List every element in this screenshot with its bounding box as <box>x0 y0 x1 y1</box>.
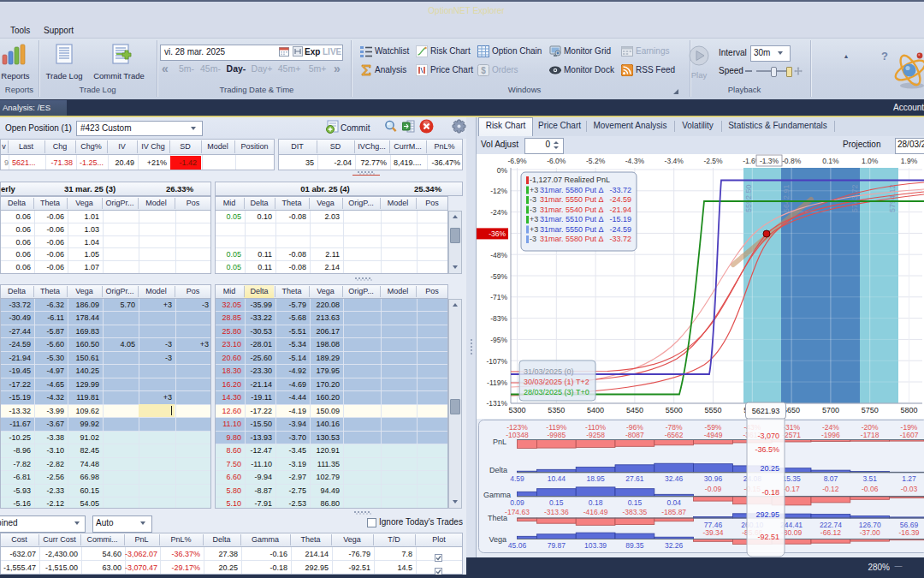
svg-text:45.06: 45.06 <box>508 541 527 550</box>
svg-text:-4949: -4949 <box>704 431 723 439</box>
svg-text:-10348: -10348 <box>506 431 529 439</box>
svg-text:+3: +3 <box>530 186 538 194</box>
svg-text:-313.36: -313.36 <box>544 508 569 516</box>
svg-text:-119%: -119% <box>487 378 507 387</box>
svg-text:Theta: Theta <box>488 514 507 522</box>
svg-text:5500: 5500 <box>666 406 683 414</box>
svg-text:4.59: 4.59 <box>510 474 524 483</box>
svg-text:31mar. 5580 Put Δ: 31mar. 5580 Put Δ <box>540 235 604 243</box>
svg-text:-6562: -6562 <box>665 431 684 439</box>
svg-text:15.35: 15.35 <box>782 474 801 483</box>
svg-text:-24.59: -24.59 <box>609 195 631 204</box>
svg-text:5743.72: 5743.72 <box>850 184 859 212</box>
svg-text:-5.2%: -5.2% <box>586 157 606 165</box>
svg-text:-36.5%: -36.5% <box>755 445 779 454</box>
svg-text:1.0%: 1.0% <box>862 157 879 165</box>
svg-text:+3: +3 <box>530 215 538 223</box>
svg-text:-66.12: -66.12 <box>820 528 841 537</box>
svg-text:5300: 5300 <box>508 406 525 414</box>
svg-text:-33.72: -33.72 <box>609 186 631 194</box>
svg-text:-95%: -95% <box>490 336 507 344</box>
svg-text:-3,070: -3,070 <box>757 432 779 440</box>
svg-text:5450: 5450 <box>626 406 643 414</box>
svg-text:-2571: -2571 <box>782 431 801 439</box>
svg-text:-21.94: -21.94 <box>609 206 631 214</box>
svg-text:-383.35: -383.35 <box>622 508 647 516</box>
svg-text:5550: 5550 <box>704 406 721 414</box>
svg-text:0.04: 0.04 <box>666 498 681 507</box>
svg-text:28/03/2025 (3) T+0: 28/03/2025 (3) T+0 <box>524 388 589 396</box>
svg-text:-36%: -36% <box>489 229 506 238</box>
svg-text:-3: -3 <box>530 195 536 204</box>
svg-text:31mar. 5580 Put Δ: 31mar. 5580 Put Δ <box>540 186 604 194</box>
svg-text:-185.87: -185.87 <box>661 508 686 516</box>
svg-text:5350: 5350 <box>548 406 565 414</box>
svg-text:-37.00: -37.00 <box>860 528 880 537</box>
svg-text:5800: 5800 <box>900 406 917 414</box>
svg-text:-0.18: -0.18 <box>761 488 779 497</box>
svg-text:-24.59: -24.59 <box>609 225 631 234</box>
svg-text:Delta: Delta <box>489 466 507 474</box>
svg-text:3.51: 3.51 <box>862 474 877 483</box>
svg-text:-3: -3 <box>530 206 536 214</box>
svg-text:31mar. 5540 Put Δ: 31mar. 5540 Put Δ <box>540 206 604 214</box>
svg-text:0.15: 0.15 <box>549 498 564 507</box>
svg-text:5750: 5750 <box>862 406 879 414</box>
svg-text:31mar. 5510 Put Δ: 31mar. 5510 Put Δ <box>540 215 604 223</box>
svg-text:0%: 0% <box>497 166 508 175</box>
svg-text:-131%: -131% <box>486 399 507 408</box>
svg-text:1.9%: 1.9% <box>901 157 918 165</box>
svg-text:-0.06: -0.06 <box>862 485 879 493</box>
svg-text:-6.0%: -6.0% <box>547 157 566 165</box>
svg-text:-48%: -48% <box>490 251 507 259</box>
svg-text:8.07: 8.07 <box>824 474 838 483</box>
svg-text:-12%: -12% <box>490 187 507 195</box>
svg-text:27.61: 27.61 <box>625 474 644 483</box>
svg-text:18.95: 18.95 <box>586 474 605 483</box>
svg-text:-8087: -8087 <box>625 431 644 439</box>
svg-text:-3.4%: -3.4% <box>665 157 684 165</box>
svg-text:-174.63: -174.63 <box>505 508 530 516</box>
svg-text:-0.12: -0.12 <box>822 485 839 493</box>
svg-text:89.35: 89.35 <box>625 541 644 550</box>
svg-text:31/03/2025 (0): 31/03/2025 (0) <box>524 367 574 376</box>
svg-text:103.39: 103.39 <box>584 541 607 550</box>
svg-text:5621.93: 5621.93 <box>752 407 780 415</box>
svg-text:-59%: -59% <box>490 272 507 281</box>
svg-text:-71%: -71% <box>490 293 507 301</box>
svg-text:-92.51: -92.51 <box>757 533 779 541</box>
svg-text:31mar. 5550 Put Δ: 31mar. 5550 Put Δ <box>540 195 604 204</box>
svg-text:-1718: -1718 <box>861 431 880 439</box>
svg-text:0.18: 0.18 <box>589 498 603 507</box>
svg-text:-6.9%: -6.9% <box>507 157 527 165</box>
svg-text:Vega: Vega <box>489 535 506 544</box>
svg-text:-9985: -9985 <box>547 431 566 439</box>
svg-text:5700: 5700 <box>822 406 839 414</box>
svg-text:79.87: 79.87 <box>548 541 566 550</box>
svg-text:20.25: 20.25 <box>760 464 779 473</box>
svg-text:-24%: -24% <box>490 208 507 217</box>
svg-text:-1.3%: -1.3% <box>760 157 779 165</box>
svg-text:$: $ <box>481 66 486 75</box>
svg-text:-1996: -1996 <box>821 431 840 439</box>
svg-text:-9258: -9258 <box>586 431 605 439</box>
svg-text:-16.39: -16.39 <box>898 528 919 537</box>
svg-text:-83%: -83% <box>490 314 507 323</box>
svg-text:5592.50: 5592.50 <box>744 184 753 212</box>
svg-text:32.26: 32.26 <box>665 541 684 550</box>
svg-text:0.15: 0.15 <box>628 498 643 507</box>
svg-text:0.1%: 0.1% <box>822 157 839 165</box>
svg-text:1.27: 1.27 <box>902 474 916 483</box>
svg-text:-0.17: -0.17 <box>783 485 800 493</box>
svg-text:-416.49: -416.49 <box>583 508 608 516</box>
svg-text:-107%: -107% <box>486 357 507 366</box>
svg-text:-3: -3 <box>530 235 536 243</box>
svg-text:30.96: 30.96 <box>704 474 723 483</box>
svg-text:-15.19: -15.19 <box>609 215 631 223</box>
svg-text:32.46: 32.46 <box>665 474 684 483</box>
svg-text:-1607: -1607 <box>900 431 919 439</box>
svg-text:-1,127.07 Realized PnL: -1,127.07 Realized PnL <box>530 176 610 184</box>
svg-text:292.95: 292.95 <box>755 510 779 519</box>
svg-text:30/03/2025 (1) T+2: 30/03/2025 (1) T+2 <box>524 378 589 386</box>
svg-text:5400: 5400 <box>587 406 604 414</box>
